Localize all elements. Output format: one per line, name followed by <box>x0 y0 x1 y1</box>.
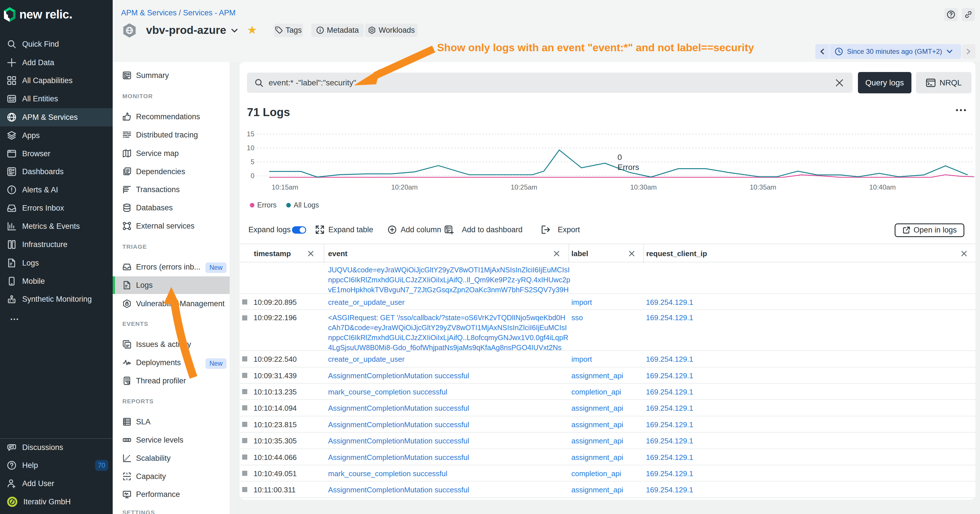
svg-text:10:15am: 10:15am <box>272 183 298 191</box>
svg-text:Errors: Errors <box>617 163 639 172</box>
svg-text:15: 15 <box>247 130 255 138</box>
svg-text:10:30am: 10:30am <box>630 183 657 191</box>
svg-text:10:20am: 10:20am <box>391 183 418 191</box>
svg-text:10:25am: 10:25am <box>511 183 537 191</box>
svg-text:10: 10 <box>247 144 255 152</box>
svg-text:0: 0 <box>617 153 622 162</box>
svg-text:0: 0 <box>251 172 255 180</box>
svg-text:10:35am: 10:35am <box>750 183 776 191</box>
svg-text:10:40am: 10:40am <box>869 183 896 191</box>
svg-text:5: 5 <box>251 158 255 165</box>
